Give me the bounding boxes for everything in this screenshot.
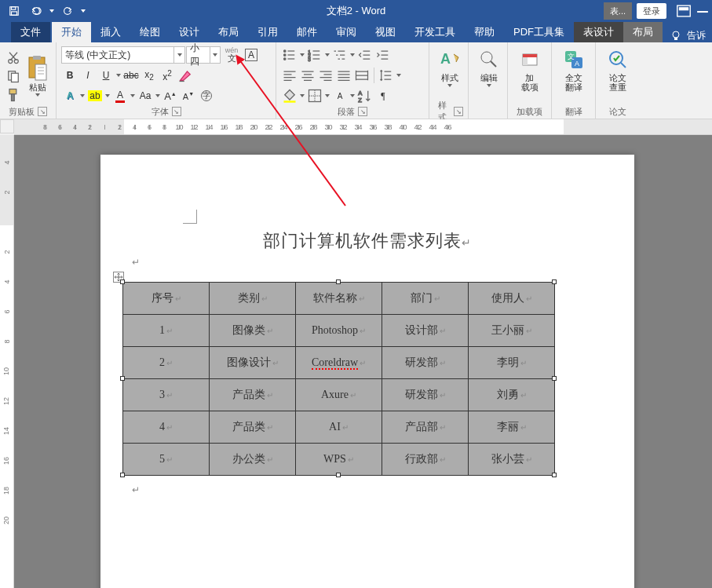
tab-insert[interactable]: 插入 [91,22,130,42]
selection-handle[interactable] [120,279,125,284]
selection-handle[interactable] [336,279,341,284]
copy-button[interactable] [5,68,22,85]
table-cell[interactable]: 研发部↵ [382,379,469,411]
table-cell[interactable]: Coreldraw↵ [296,347,382,379]
tab-design[interactable]: 设计 [170,22,209,42]
underline-button[interactable]: U [97,67,115,84]
phonetic-guide-button[interactable]: wén文 [221,46,242,64]
clipboard-launcher[interactable]: ↘ [38,107,47,116]
horizontal-ruler[interactable] [14,119,712,135]
table-cell[interactable]: Axure↵ [296,379,382,411]
tell-me-label[interactable]: 告诉 [687,29,706,42]
selection-handle[interactable] [552,279,557,284]
superscript-button[interactable]: x2 [159,67,176,84]
bold-button[interactable]: B [61,67,79,84]
table-cell[interactable]: 产品类↵ [210,411,296,444]
selection-handle[interactable] [120,376,125,381]
table-cell[interactable]: 产品部↵ [382,411,469,444]
tab-help[interactable]: 帮助 [465,22,504,42]
table-cell[interactable]: Photoshop↵ [296,315,382,347]
borders-button[interactable] [306,87,323,104]
shading-dropdown[interactable] [299,87,305,104]
font-color-button[interactable]: A [111,87,129,104]
save-button[interactable] [5,2,24,20]
change-case-dropdown[interactable] [155,87,161,104]
clear-format-button[interactable] [177,67,194,84]
font-color-dropdown[interactable] [130,87,136,104]
table-header-cell[interactable]: 软件名称↵ [296,283,382,315]
highlight-button[interactable]: ab [86,87,104,104]
tab-pdf[interactable]: PDF工具集 [504,22,574,42]
tab-home[interactable]: 开始 [52,22,91,42]
styles-button[interactable]: A 样式 [434,46,466,97]
tab-mail[interactable]: 邮件 [287,22,327,42]
distribute-button[interactable] [353,67,371,84]
tab-review[interactable]: 审阅 [327,22,366,42]
table-cell[interactable]: WPS↵ [296,444,382,476]
qat-customize[interactable] [80,2,86,20]
translate-button[interactable]: 文A 全文 翻译 [557,46,590,97]
addin-button[interactable]: 加 载项 [513,46,546,97]
table-header-cell[interactable]: 部门↵ [382,283,469,315]
table-header-cell[interactable]: 序号↵ [123,283,210,315]
show-marks-button[interactable]: ¶ [374,87,392,104]
table-header-cell[interactable]: 类别↵ [210,283,296,315]
table-cell[interactable]: 1↵ [123,315,210,347]
font-family-dropdown[interactable] [173,47,184,63]
tab-dev[interactable]: 开发工具 [405,22,465,42]
table-cell[interactable]: 4↵ [123,411,210,444]
borders-dropdown[interactable] [324,87,330,104]
table-cell[interactable]: 李丽↵ [469,411,555,444]
underline-dropdown[interactable] [115,67,122,84]
redo-button[interactable] [58,2,77,20]
selection-handle[interactable] [120,473,125,477]
tab-table-layout[interactable]: 布局 [623,22,663,42]
vertical-ruler[interactable]: 422468101214161820 [0,135,14,588]
justify-button[interactable] [335,67,352,84]
tab-view[interactable]: 视图 [366,22,405,42]
table-cell[interactable]: 李明↵ [469,347,555,379]
italic-button[interactable]: I [79,67,97,84]
asian-dropdown[interactable] [349,87,356,104]
table-cell[interactable]: 图像类↵ [210,315,296,347]
align-right-button[interactable] [317,67,334,84]
document-area[interactable]: 部门计算机软件需求列表↵ ↵ 序号↵类别↵软件名称↵部门↵使用人↵1↵图像类↵P… [14,135,712,588]
sort-button[interactable]: AZ [356,87,374,104]
paste-button[interactable]: 粘贴 [24,53,52,99]
char-border-button[interactable]: A [243,46,260,64]
tab-references[interactable]: 引用 [248,22,287,42]
styles-launcher[interactable]: ↘ [454,107,463,116]
table-cell[interactable]: 办公类↵ [210,444,296,476]
dup-check-button[interactable]: 论文 查重 [601,46,635,97]
undo-dropdown[interactable] [49,2,55,20]
tab-table-design[interactable]: 表设计 [574,22,623,42]
subscript-button[interactable]: x2 [141,67,158,84]
change-case-button[interactable]: Aa [137,87,154,104]
selection-handle[interactable] [336,473,341,477]
line-spacing-dropdown[interactable] [396,67,402,84]
table-cell[interactable]: 张小芸↵ [469,444,555,476]
multilevel-button[interactable] [331,46,349,64]
table-header-row[interactable]: 序号↵类别↵软件名称↵部门↵使用人↵ [123,283,555,315]
table-cell[interactable]: 3↵ [123,379,210,411]
shrink-font-button[interactable]: A▼ [180,87,197,104]
table-cell[interactable]: 产品类↵ [210,379,296,411]
text-effects-dropdown[interactable] [79,87,86,104]
increase-indent-button[interactable] [374,46,392,64]
table-cell[interactable]: 王小丽↵ [469,315,555,347]
table-row[interactable]: 5↵办公类↵WPS↵行政部↵张小芸↵ [123,444,555,476]
tab-file[interactable]: 文件 [11,22,50,42]
table-cell[interactable]: 2↵ [123,347,210,379]
undo-button[interactable] [27,2,46,20]
numbering-dropdown[interactable] [324,46,330,64]
data-table[interactable]: 序号↵类别↵软件名称↵部门↵使用人↵1↵图像类↵Photoshop↵设计部↵王小… [122,282,555,476]
decrease-indent-button[interactable] [356,46,374,64]
text-effects-button[interactable]: A [61,87,79,104]
table-cell[interactable]: AI↵ [296,411,382,444]
font-launcher[interactable]: ↘ [172,107,181,116]
login-button[interactable]: 登录 [637,3,666,19]
selection-handle[interactable] [552,376,557,381]
table-row[interactable]: 1↵图像类↵Photoshop↵设计部↵王小丽↵ [123,315,555,347]
cut-button[interactable] [5,49,22,66]
strike-button[interactable]: abc [122,67,140,84]
